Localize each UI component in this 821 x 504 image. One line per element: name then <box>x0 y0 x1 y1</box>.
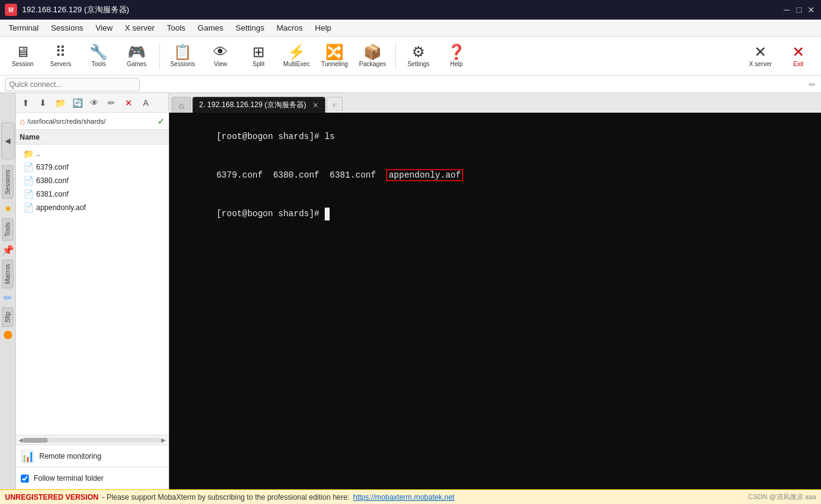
collapse-panel-button[interactable]: ◀ <box>1 122 15 159</box>
fp-text-button[interactable]: A <box>138 96 153 110</box>
packages-icon: 📦 <box>363 45 382 59</box>
tab-add-button[interactable]: + <box>327 97 342 113</box>
menu-terminal[interactable]: Terminal <box>2 22 45 34</box>
sidebar-vertical-tabs: ◀ Sessions ★ Tools 📌 Macros ✏ Sftp <box>0 93 16 489</box>
status-message-text: - Please support MobaXterm by subscribin… <box>102 493 350 502</box>
menu-macros[interactable]: Macros <box>270 22 309 34</box>
file-panel-toolbar: ⬆ ⬇ 📁 🔄 👁 ✏ ✕ A <box>16 93 168 113</box>
scroll-thumb[interactable] <box>23 438 48 443</box>
multiexec-label: MultiExec <box>283 61 309 67</box>
star-icon[interactable]: ★ <box>4 203 12 214</box>
remote-monitoring-label: Remote monitoring <box>39 452 101 461</box>
tab-close-button[interactable]: ✕ <box>312 101 319 110</box>
toolbar-xserver-button[interactable]: ✕ X server <box>743 39 778 73</box>
quick-connect-bar: ✏ <box>0 76 821 93</box>
toolbar-multiexec-button[interactable]: ⚡ MultiExec <box>279 39 314 73</box>
tab-home[interactable]: ⌂ <box>172 97 191 113</box>
toolbar-tools-button[interactable]: 🔧 Tools <box>81 39 116 73</box>
file-tree-name-column: Name <box>20 133 40 141</box>
scroll-right-arrow[interactable]: ▶ <box>161 437 166 443</box>
maximize-button[interactable]: □ <box>794 5 804 15</box>
scroll-left-arrow[interactable]: ◀ <box>18 437 23 443</box>
toolbar-sep-2 <box>395 43 396 70</box>
toolbar-games-button[interactable]: 🎮 Games <box>119 39 154 73</box>
split-icon: ⊞ <box>252 45 265 59</box>
tools-icon: 🔧 <box>89 45 108 59</box>
list-item[interactable]: 📁 .. <box>16 147 168 160</box>
fp-view-button[interactable]: 👁 <box>87 96 102 110</box>
content-area: ⌂ 2. 192.168.126.129 (京淘服务器) ✕ + [root@b… <box>169 93 821 489</box>
menu-tools[interactable]: Tools <box>161 22 191 34</box>
sidebar-item-sessions[interactable]: Sessions <box>2 165 13 199</box>
toolbar-split-button[interactable]: ⊞ Split <box>241 39 276 73</box>
terminal[interactable]: [root@bogon shards]# ls 6379.conf 6380.c… <box>169 113 821 489</box>
fp-mkdir-button[interactable]: 📁 <box>53 96 67 110</box>
folder-icon: 📁 <box>23 149 34 159</box>
path-check-icon: ✓ <box>157 116 165 126</box>
remote-monitoring-button[interactable]: 📊 Remote monitoring <box>16 445 168 467</box>
toolbar-exit-button[interactable]: ✕ Exit <box>781 39 816 73</box>
list-item[interactable]: 📄 6380.conf <box>16 174 168 187</box>
list-item[interactable]: 📄 6379.conf <box>16 160 168 174</box>
path-home-icon: ⌂ <box>20 116 25 126</box>
status-link[interactable]: https://mobaxterm.mobatek.net <box>353 493 454 502</box>
menu-sessions[interactable]: Sessions <box>45 22 89 34</box>
list-item[interactable]: 📄 6381.conf <box>16 187 168 201</box>
view-label: View <box>214 61 227 67</box>
toolbar-servers-button[interactable]: ⠿ Servers <box>43 39 78 73</box>
main-content: ◀ Sessions ★ Tools 📌 Macros ✏ Sftp ⬆ ⬇ <box>0 93 821 489</box>
toolbar-packages-button[interactable]: 📦 Packages <box>355 39 390 73</box>
list-item[interactable]: 📄 appendonly.aof <box>16 201 168 214</box>
sessions-icon: 📋 <box>173 45 192 59</box>
menu-settings[interactable]: Settings <box>230 22 271 34</box>
left-section: ◀ Sessions ★ Tools 📌 Macros ✏ Sftp ⬆ ⬇ <box>0 93 169 489</box>
toolbar-help-button[interactable]: ❓ Help <box>439 39 474 73</box>
help-icon: ❓ <box>447 45 466 59</box>
fp-edit-button[interactable]: ✏ <box>104 96 119 110</box>
servers-label: Servers <box>50 61 71 67</box>
sessions-label: Sessions <box>170 61 195 67</box>
toolbar-sep-1 <box>159 43 160 70</box>
fp-refresh-button[interactable]: 🔄 <box>70 96 85 110</box>
tunneling-label: Tunneling <box>321 61 348 67</box>
minimize-button[interactable]: ─ <box>782 5 792 15</box>
menu-view[interactable]: View <box>89 22 119 34</box>
servers-icon: ⠿ <box>55 45 66 59</box>
session-icon: 🖥 <box>15 45 30 59</box>
settings-icon: ⚙ <box>412 45 425 59</box>
toolbar-settings-button[interactable]: ⚙ Settings <box>401 39 436 73</box>
toolbar-tunneling-button[interactable]: 🔀 Tunneling <box>317 39 352 73</box>
multiexec-icon: ⚡ <box>287 45 306 59</box>
file-icon: 📄 <box>23 176 34 186</box>
tab-terminal-active[interactable]: 2. 192.168.126.129 (京淘服务器) ✕ <box>192 97 325 113</box>
xserver-icon: ✕ <box>754 45 766 59</box>
menu-games[interactable]: Games <box>192 22 230 34</box>
title-bar-controls[interactable]: ─ □ ✕ <box>782 5 816 15</box>
file-name: 6379.conf <box>36 163 69 171</box>
follow-folder-checkbox[interactable] <box>21 475 29 483</box>
follow-folder-row[interactable]: Follow terminal folder <box>16 467 168 489</box>
terminal-line: 6379.conf 6380.conf 6381.conf appendonly… <box>175 156 815 195</box>
toolbar-sessions-button[interactable]: 📋 Sessions <box>165 39 200 73</box>
menu-help[interactable]: Help <box>309 22 338 34</box>
session-label: Session <box>12 61 34 67</box>
quick-connect-input[interactable] <box>5 78 140 91</box>
scrollbar-area[interactable]: ◀ ▶ <box>16 435 168 445</box>
menu-xserver[interactable]: X server <box>119 22 161 34</box>
fp-download-button[interactable]: ⬇ <box>36 96 50 110</box>
scroll-track[interactable] <box>23 438 161 443</box>
split-label: Split <box>252 61 264 67</box>
close-button[interactable]: ✕ <box>806 5 816 15</box>
pencil-icon[interactable]: ✏ <box>4 292 12 304</box>
fp-upload-button[interactable]: ⬆ <box>18 96 33 110</box>
fp-delete-button[interactable]: ✕ <box>121 96 136 110</box>
toolbar-view-button[interactable]: 👁 View <box>203 39 238 73</box>
title-bar-left: M 192.168.126.129 (京淘服务器) <box>5 4 129 16</box>
toolbar-session-button[interactable]: 🖥 Session <box>5 39 40 73</box>
sidebar-item-tools[interactable]: Tools <box>2 218 13 241</box>
sidebar-item-macros[interactable]: Macros <box>2 260 13 288</box>
sidebar-item-sftp[interactable]: Sftp <box>2 307 13 327</box>
file-tree-header: Name <box>16 130 168 145</box>
follow-folder-label: Follow terminal folder <box>34 474 104 483</box>
pin-icon[interactable]: 📌 <box>2 244 14 256</box>
